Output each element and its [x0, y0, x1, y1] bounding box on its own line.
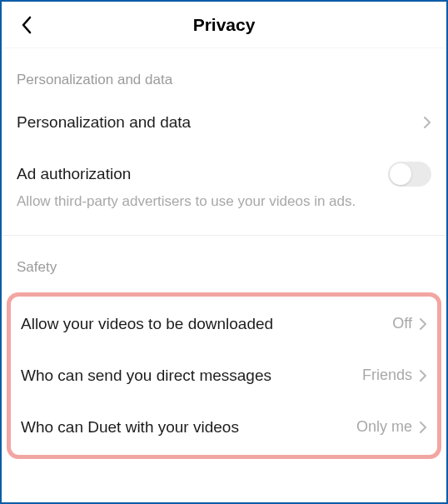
row-allow-downloads[interactable]: Allow your videos to be downloaded Off: [11, 298, 437, 350]
section-header-safety: Safety: [2, 236, 446, 289]
chevron-right-icon: [419, 421, 427, 434]
chevron-right-icon: [419, 369, 427, 382]
row-value: Off: [392, 315, 412, 332]
ad-authorization-toggle[interactable]: [388, 162, 431, 187]
row-duet[interactable]: Who can Duet with your videos Only me: [11, 402, 437, 453]
header: Privacy: [2, 2, 446, 48]
row-personalization-and-data[interactable]: Personalization and data: [2, 102, 446, 143]
back-button[interactable]: [13, 12, 40, 38]
chevron-left-icon: [20, 15, 33, 35]
ad-authorization-description: Allow third-party advertisers to use you…: [2, 192, 446, 225]
row-label: Who can send you direct messages: [21, 367, 271, 385]
safety-highlight-box: Allow your videos to be downloaded Off W…: [7, 292, 441, 459]
row-direct-messages[interactable]: Who can send you direct messages Friends: [11, 350, 437, 402]
row-value: Only me: [356, 418, 412, 436]
chevron-right-icon: [419, 317, 427, 331]
row-ad-authorization: Ad authorization: [2, 143, 446, 192]
section-header-personalization: Personalization and data: [2, 48, 446, 102]
chevron-right-icon: [423, 116, 431, 129]
row-label: Personalization and data: [17, 113, 191, 132]
toggle-knob: [390, 163, 411, 185]
row-label: Who can Duet with your videos: [21, 418, 239, 437]
row-label: Allow your videos to be downloaded: [21, 315, 273, 333]
page-title: Privacy: [193, 15, 256, 35]
row-value: Friends: [362, 367, 412, 384]
row-label: Ad authorization: [17, 165, 131, 183]
